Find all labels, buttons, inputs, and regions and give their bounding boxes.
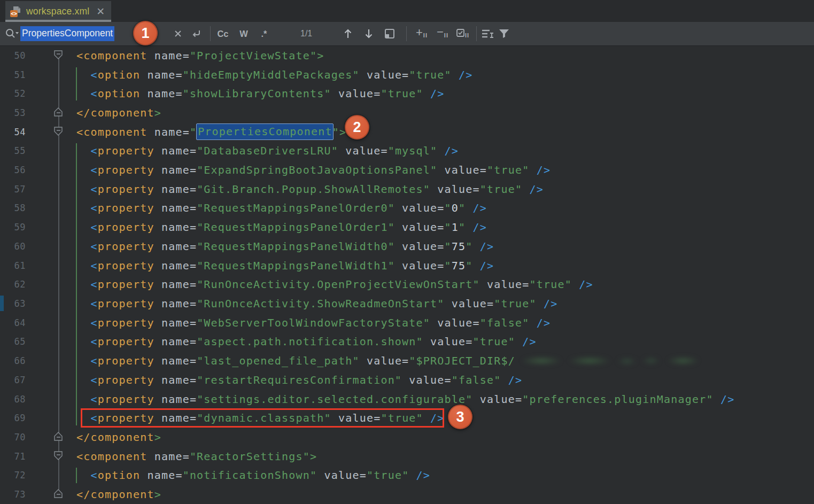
code-token: <: [76, 68, 98, 81]
code-line: 70 </component>: [0, 428, 814, 447]
code-token: <: [76, 240, 98, 253]
code-text: <property name="ExpandSpringBootJavaOpti…: [76, 160, 551, 180]
code-line: 64 <property name="WebServerToolWindowFa…: [0, 313, 814, 332]
code-token: value=: [395, 201, 445, 214]
code-text: <property name="RequestMappingsPanelWidt…: [76, 237, 494, 256]
code-token: "hideEmptyMiddlePackages": [183, 68, 360, 81]
code-token: "$PROJECT_DIR$/: [409, 354, 515, 367]
code-token: <component: [76, 126, 147, 138]
code-token: value=: [430, 183, 480, 196]
toolbar-separator: [476, 26, 477, 41]
fold-collapse-icon[interactable]: [53, 451, 64, 461]
fold-collapse-icon[interactable]: [53, 50, 64, 60]
previous-occurrence-icon[interactable]: [340, 22, 356, 45]
code-token: name=: [147, 126, 189, 138]
search-options-icon[interactable]: [479, 22, 495, 45]
code-token: >: [317, 49, 324, 62]
open-in-find-window-icon[interactable]: [382, 22, 398, 45]
code-token: property: [98, 201, 154, 214]
code-token: property: [98, 374, 154, 386]
annotation-red-box: [81, 408, 444, 428]
code-token: <: [76, 374, 98, 386]
code-text: <option name="hideEmptyMiddlePackages" v…: [76, 65, 473, 84]
clear-search-icon[interactable]: [170, 22, 186, 45]
code-token: />: [423, 87, 445, 100]
code-token: />: [522, 183, 544, 196]
line-number: 72: [0, 470, 26, 480]
code-token: name=: [154, 144, 197, 157]
fold-end-icon[interactable]: [53, 107, 64, 118]
code-token: value=: [317, 469, 367, 482]
code-line: 52 <option name="showLibraryContents" va…: [0, 84, 814, 103]
code-token: value=: [402, 374, 452, 386]
code-token: "false": [480, 316, 530, 329]
code-token: name=: [140, 469, 182, 482]
fold-collapse-icon[interactable]: [53, 126, 64, 137]
code-token: name=: [147, 450, 189, 463]
step-badge-1: 1: [133, 21, 158, 45]
line-number: 64: [0, 317, 26, 328]
code-token: ": [445, 259, 452, 272]
tab-workspace-xml[interactable]: <> workspace.xml ✕: [5, 1, 111, 22]
code-token: value=: [445, 297, 494, 310]
code-line: 67 <property name="restartRequiresConfir…: [0, 370, 814, 390]
code-line: 65 <property name="aspect.path.notificat…: [0, 332, 814, 352]
code-token: "RequestMappingsPanelWidth1": [197, 259, 395, 272]
line-number: 54: [0, 127, 26, 137]
code-token: value=: [360, 354, 409, 367]
add-occurrence-icon[interactable]: +II: [412, 22, 432, 45]
line-number: 55: [0, 145, 26, 156]
code-line: 55 <property name="DatabaseDriversLRU" v…: [0, 142, 814, 161]
code-token: "last_opened_file_path": [197, 354, 360, 367]
tab-close-icon[interactable]: ✕: [96, 6, 105, 17]
line-number: 67: [0, 375, 26, 385]
code-line: 73 </component>: [0, 485, 814, 504]
code-token: <: [76, 393, 98, 406]
code-editor[interactable]: 50 <component name="ProjectViewState">51…: [0, 46, 814, 504]
line-number: 63: [0, 298, 26, 309]
fold-end-icon[interactable]: [53, 431, 64, 442]
match-count: 1/1: [300, 22, 312, 45]
fold-end-icon[interactable]: [53, 489, 64, 499]
next-occurrence-icon[interactable]: [361, 22, 377, 45]
code-token: value=: [480, 278, 530, 291]
code-token: property: [98, 144, 154, 157]
code-line: 60 <property name="RequestMappingsPanelW…: [0, 237, 814, 256]
step-badge-2: 2: [345, 115, 369, 139]
whole-words-toggle[interactable]: W: [236, 22, 252, 45]
code-token: ": [445, 221, 452, 234]
code-token: value=: [423, 335, 473, 348]
code-token: ": [459, 201, 466, 214]
insert-newline-icon[interactable]: [188, 22, 204, 45]
match-case-toggle[interactable]: Cc: [215, 22, 231, 45]
code-token: option: [98, 87, 140, 100]
code-token: value=: [338, 144, 388, 157]
code-line: 56 <property name="ExpandSpringBootJavaO…: [0, 160, 814, 180]
code-text: <property name="restartRequiresConfirmat…: [76, 370, 522, 390]
code-token: "showLibraryContents": [183, 87, 331, 100]
code-token: </component: [76, 488, 154, 501]
code-lines: 50 <component name="ProjectViewState">51…: [0, 46, 814, 504]
regex-toggle[interactable]: .*: [256, 22, 272, 45]
select-all-occurrences-icon[interactable]: II: [452, 22, 474, 45]
code-text: <property name="DatabaseDriversLRU" valu…: [76, 142, 459, 161]
code-token: />: [437, 144, 459, 157]
code-token: <: [76, 144, 98, 157]
search-icon[interactable]: [4, 22, 19, 45]
code-token: "RunOnceActivity.ShowReadmeOnStart": [197, 297, 444, 310]
code-token: name=: [147, 49, 189, 62]
code-token: <: [76, 259, 98, 272]
remove-occurrence-icon[interactable]: −II: [432, 22, 453, 45]
code-token: "WebServerToolWindowFactoryState": [197, 316, 430, 329]
editor-tab-bar: <> workspace.xml ✕: [0, 0, 814, 22]
code-token: <component: [76, 49, 147, 62]
search-input[interactable]: PropertiesComponent: [20, 22, 114, 45]
filter-icon[interactable]: [496, 22, 512, 45]
code-token: ": [459, 221, 466, 234]
line-number: 60: [0, 241, 26, 252]
toolbar-separator: [406, 26, 407, 41]
find-bar: PropertiesComponent Cc W .* 1/1: [0, 22, 814, 46]
code-line: 53 </component>: [0, 103, 814, 122]
code-line: 63 <property name="RunOnceActivity.ShowR…: [0, 294, 814, 313]
code-line: 71 <component name="ReactorSettings">: [0, 447, 814, 466]
